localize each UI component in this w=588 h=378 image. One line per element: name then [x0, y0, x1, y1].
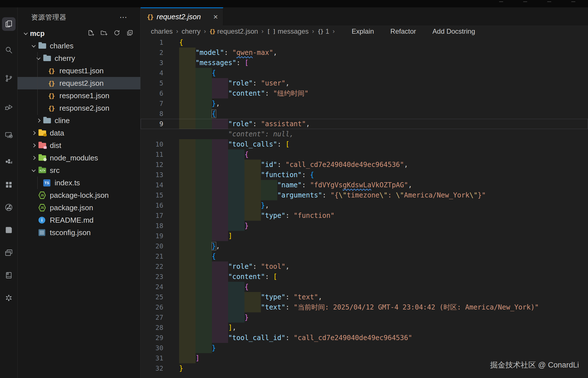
code-line-25[interactable]: 25"type": "text",	[141, 292, 588, 302]
code-line-21[interactable]: 21{	[141, 251, 588, 261]
container-icon[interactable]	[2, 269, 16, 282]
indent-rainbow-band	[212, 221, 228, 231]
code-line-9[interactable]: 9"role": "assistant",	[141, 119, 588, 129]
code-line-17[interactable]: 17"type": "function"	[141, 211, 588, 221]
code-line-19[interactable]: 19]	[141, 231, 588, 241]
sidebar-more-actions-icon[interactable]: ⋯	[119, 13, 128, 22]
tree-item-request1-json[interactable]: {}request1.json	[18, 65, 140, 77]
tree-item-cline[interactable]: cline	[18, 114, 140, 127]
explorer-icon[interactable]	[2, 17, 16, 31]
code-line-27[interactable]: 27}	[141, 312, 588, 323]
code-line-22[interactable]: 22"role": "tool",	[141, 261, 588, 272]
grid-blocks-icon[interactable]	[2, 178, 16, 192]
tree-item-node-modules[interactable]: node_modules	[18, 152, 140, 164]
workspace-section-header[interactable]: mcp	[18, 27, 140, 40]
token: {	[244, 151, 248, 158]
refresh-icon[interactable]	[113, 29, 121, 38]
code-line-15[interactable]: 15"arguments": "{\"timezone\": \"America…	[141, 190, 588, 200]
code-line-20[interactable]: 20},	[141, 241, 588, 251]
folder-icon	[43, 118, 51, 123]
line-content: "messages": [	[179, 58, 588, 68]
code-line-16[interactable]: 16},	[141, 200, 588, 211]
code-line-2[interactable]: 2"model": "qwen-max",	[141, 48, 588, 58]
code-line-23[interactable]: 23"content": [	[141, 272, 588, 282]
code-editor[interactable]: 1{2"model": "qwen-max",3"messages": [4{5…	[141, 37, 588, 373]
line-number: 10	[141, 139, 163, 149]
tokens: "type": "function"	[261, 211, 334, 221]
tree-item-response1-json[interactable]: {}response1.json	[18, 89, 140, 102]
code-line-29[interactable]: 29"tool_call_id": "call_cd7e249040de49ec…	[141, 333, 588, 343]
code-line-26[interactable]: 26"text": "当前时间: 2025/04/12 GMT-4 23:04:…	[141, 302, 588, 312]
action-add-docstring[interactable]: Add Docstring	[432, 27, 475, 35]
code-line-8[interactable]: 8{	[141, 109, 588, 119]
breadcrumb-item-request2-json[interactable]: {}request2.json	[209, 27, 258, 35]
token: :	[322, 191, 331, 199]
tree-item-index-ts[interactable]: TSindex.ts	[18, 177, 140, 189]
breadcrumb-item-messages[interactable]: [ ]messages	[267, 27, 309, 35]
token: "type"	[261, 293, 286, 301]
code-line-4[interactable]: 4{	[141, 68, 588, 78]
code-line-7[interactable]: 7},	[141, 98, 588, 109]
tree-item-package-lock-json[interactable]: JSpackage-lock.json	[18, 189, 140, 201]
line-content: "type": "function"	[179, 211, 588, 221]
tree-item-charles[interactable]: charles	[18, 40, 140, 52]
tree-item-label: package-lock.json	[50, 191, 109, 200]
code-line-18[interactable]: 18}	[141, 221, 588, 231]
indent-rainbow-band	[212, 323, 228, 333]
pinwheel-icon[interactable]	[2, 291, 16, 305]
tsconfig-file-icon	[38, 229, 45, 236]
code-line-11[interactable]: 11{	[141, 149, 588, 160]
new-folder-icon[interactable]	[100, 29, 108, 38]
ghost-code-line[interactable]: "content": null,	[141, 129, 588, 139]
remote-explorer-icon[interactable]	[2, 128, 16, 142]
folder-code-icon: </>	[38, 168, 46, 173]
code-line-10[interactable]: 10"tool_calls": [	[141, 139, 588, 149]
breadcrumb-label: 1	[325, 27, 329, 35]
code-line-12[interactable]: 12"id": "call_cd7e249040de49ec964536",	[141, 160, 588, 170]
indent-rainbow-band	[212, 211, 228, 221]
code-line-13[interactable]: 13"function": {	[141, 170, 588, 180]
code-line-14[interactable]: 14"name": "fdVYgVsgKdswLaVkOZTpAG",	[141, 180, 588, 190]
breadcrumb-label: cherry	[182, 27, 201, 35]
breadcrumb-item-cherry[interactable]: cherry	[182, 27, 201, 35]
collapse-all-icon[interactable]	[126, 29, 134, 38]
tree-item-cherry[interactable]: cherry	[18, 52, 140, 65]
editor-layouts-icon[interactable]	[2, 246, 16, 259]
json-file-icon: {}	[48, 92, 55, 99]
new-file-icon[interactable]	[87, 29, 95, 38]
token: "tool_calls"	[228, 140, 277, 148]
token: :	[265, 89, 273, 97]
code-line-5[interactable]: 5"role": "user",	[141, 78, 588, 88]
tree-item-readme-md[interactable]: iREADME.md	[18, 214, 140, 226]
tree-item-src[interactable]: </>src	[18, 164, 140, 177]
close-icon[interactable]: ×	[213, 13, 218, 21]
share-circle-icon[interactable]	[2, 201, 16, 214]
tree-item-dist[interactable]: dist	[18, 139, 140, 152]
code-line-6[interactable]: 6"content": "纽约时间"	[141, 88, 588, 98]
code-line-24[interactable]: 24{	[141, 282, 588, 292]
tab-request2-json[interactable]: {} request2.json ×	[141, 7, 223, 25]
indent-rainbow-band	[179, 160, 196, 170]
action-refactor[interactable]: Refactor	[390, 27, 416, 35]
extension-blocks-chart-icon[interactable]	[2, 155, 16, 169]
token: \"	[469, 191, 478, 199]
line-number: 2	[141, 48, 163, 58]
tree-item-package-json[interactable]: JSpackage.json	[18, 201, 140, 214]
code-line-30[interactable]: 30}	[141, 343, 588, 353]
source-control-icon[interactable]	[2, 72, 16, 85]
code-box-icon[interactable]: </>	[2, 223, 16, 237]
action-explain[interactable]: Explain	[352, 27, 374, 35]
tree-item-response2-json[interactable]: {}response2.json	[18, 102, 140, 114]
breadcrumb-item-1[interactable]: {}1	[317, 27, 329, 35]
code-line-28[interactable]: 28],	[141, 323, 588, 333]
breadcrumb-item-charles[interactable]: charles	[151, 27, 173, 35]
search-icon[interactable]	[2, 43, 16, 57]
tokens: }	[244, 221, 248, 231]
tree-item-data[interactable]: data	[18, 127, 140, 139]
tree-item-request2-json[interactable]: {}request2.json	[18, 77, 140, 89]
tokens: "type": "text",	[261, 292, 322, 302]
code-line-1[interactable]: 1{	[141, 37, 588, 48]
code-line-3[interactable]: 3"messages": [	[141, 58, 588, 68]
run-debug-icon[interactable]	[2, 100, 16, 114]
tree-item-tsconfig-json[interactable]: tsconfig.json	[18, 226, 140, 239]
